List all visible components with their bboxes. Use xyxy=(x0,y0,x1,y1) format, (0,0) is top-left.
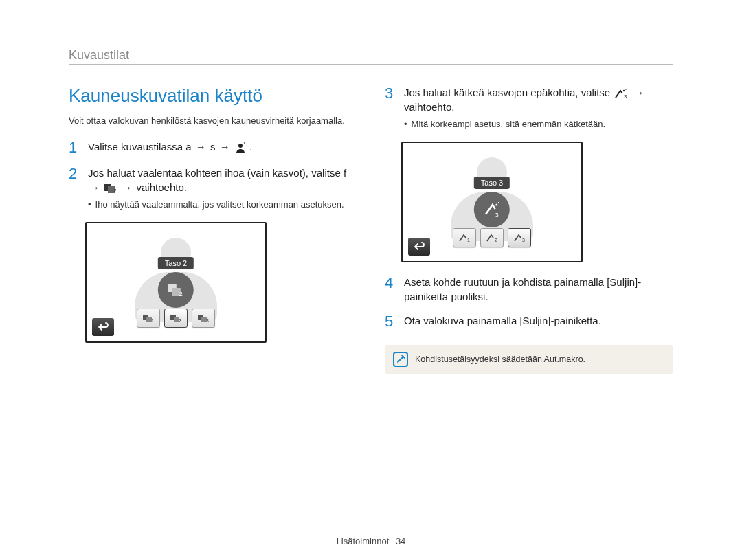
page: Kuvaustilat Kauneuskuvatilan käyttö Voit… xyxy=(0,0,742,560)
svg-point-18 xyxy=(623,90,625,91)
step-text: Ota valokuva painamalla [Suljin]-painike… xyxy=(404,315,601,326)
intro-text: Voit ottaa valokuvan henkilöstä kasvojen… xyxy=(69,115,357,127)
step-sub: • Iho näyttää vaaleammalta, jos valitset… xyxy=(88,199,357,211)
face-tone-icon: 2 xyxy=(104,183,117,194)
step-text: Valitse kuvaustilassa a xyxy=(88,141,192,153)
step-number: 4 xyxy=(385,275,397,304)
svg-text:3: 3 xyxy=(624,93,627,99)
step-body: Jos haluat vaalentaa kohteen ihoa (vain … xyxy=(88,166,357,211)
back-button[interactable] xyxy=(408,238,430,256)
footer-section: Lisätoiminnot xyxy=(337,536,390,546)
arrow-icon: → xyxy=(634,87,644,98)
arrow-icon: → xyxy=(122,181,132,193)
step-body: Ota valokuva painamalla [Suljin]-painike… xyxy=(404,313,601,330)
step-text: Jos haluat vaalentaa kohteen ihoa (vain … xyxy=(88,167,346,179)
step-1: 1 Valitse kuvaustilassa a → s → . xyxy=(69,139,357,156)
step-number: 1 xyxy=(69,139,81,156)
face-retouch-icon: 3 xyxy=(614,88,628,99)
page-title: Kauneuskuvatilan käyttö xyxy=(69,85,357,107)
level-badge-icon: 2 xyxy=(158,272,194,308)
note-text: Kohdistusetäisyydeksi säädetään Aut.makr… xyxy=(415,355,585,364)
step-text: Jos haluat kätkeä kasvojen epäkohtia, va… xyxy=(404,87,610,98)
divider xyxy=(69,64,673,65)
step-text: Aseta kohde ruutuun ja kohdista painamal… xyxy=(404,276,641,302)
face-tone-level-1-button[interactable]: 1 xyxy=(137,309,160,328)
step-4: 4 Aseta kohde ruutuun ja kohdista painam… xyxy=(385,275,673,304)
beauty-mode-icon xyxy=(234,142,247,154)
arrow-icon: → xyxy=(220,141,230,153)
step-2: 2 Jos haluat vaalentaa kohteen ihoa (vai… xyxy=(69,166,357,211)
left-column: Kauneuskuvatilan käyttö Voit ottaa valok… xyxy=(69,85,357,374)
step-number: 5 xyxy=(385,313,397,330)
svg-text:2: 2 xyxy=(179,318,181,323)
svg-text:3: 3 xyxy=(495,212,499,219)
arrow-icon: → xyxy=(196,141,206,153)
face-tone-level-3-button[interactable]: 3 xyxy=(192,309,215,328)
face-tone-level-2-button[interactable]: 2 xyxy=(164,309,188,328)
right-column: 3 Jos haluat kätkeä kasvojen epäkohtia, … xyxy=(385,85,673,374)
svg-text:2: 2 xyxy=(495,238,497,243)
svg-text:3: 3 xyxy=(206,318,209,323)
face-retouch-level-2-button[interactable]: 2 xyxy=(480,228,504,247)
step-text: vaihtoehto. xyxy=(404,101,454,113)
face-retouch-level-3-button[interactable]: 3 xyxy=(508,228,531,247)
svg-point-21 xyxy=(495,204,497,206)
footer: Lisätoiminnot 34 xyxy=(0,536,742,546)
svg-text:1: 1 xyxy=(151,318,154,323)
step-number: 3 xyxy=(385,85,397,131)
bullet-icon: • xyxy=(404,118,407,131)
step-sub-text: Mitä korkeampi asetus, sitä enemmän kätk… xyxy=(412,118,606,131)
page-number: 34 xyxy=(396,536,405,546)
step-5: 5 Ota valokuva painamalla [Suljin]-paini… xyxy=(385,313,673,330)
note-box: Kohdistusetäisyydeksi säädetään Aut.makr… xyxy=(385,345,673,374)
note-icon xyxy=(393,352,408,367)
svg-point-2 xyxy=(244,142,245,143)
camera-preview: Taso 2 2 1 2 xyxy=(85,222,267,343)
face-retouch-level-1-button[interactable]: 1 xyxy=(453,228,476,247)
breadcrumb: Kuvaustilat xyxy=(69,48,673,63)
step-sub-text: Iho näyttää vaaleammalta, jos valitset k… xyxy=(95,199,344,211)
svg-text:1: 1 xyxy=(467,238,470,243)
svg-point-22 xyxy=(498,202,499,203)
svg-point-19 xyxy=(626,89,627,90)
arrow-icon: → xyxy=(89,181,100,193)
step-body: Jos haluat kätkeä kasvojen epäkohtia, va… xyxy=(404,85,673,131)
step-number: 2 xyxy=(69,166,81,211)
step-sub: • Mitä korkeampi asetus, sitä enemmän kä… xyxy=(404,118,673,131)
step-body: Valitse kuvaustilassa a → s → . xyxy=(88,139,252,156)
option-row: 1 2 3 xyxy=(137,309,215,328)
camera-preview: Taso 3 3 1 2 xyxy=(401,142,583,262)
svg-point-1 xyxy=(243,143,244,144)
step-text: vaihtoehto. xyxy=(137,181,187,193)
option-row: 1 2 3 xyxy=(453,228,531,247)
columns: Kauneuskuvatilan käyttö Voit ottaa valok… xyxy=(69,85,673,374)
svg-text:3: 3 xyxy=(522,238,525,243)
level-badge-icon: 3 xyxy=(474,192,510,227)
svg-point-0 xyxy=(238,144,243,148)
step-body: Aseta kohde ruutuun ja kohdista painamal… xyxy=(404,275,673,304)
step-3: 3 Jos haluat kätkeä kasvojen epäkohtia, … xyxy=(385,85,673,131)
svg-text:2: 2 xyxy=(179,291,183,298)
svg-text:2: 2 xyxy=(113,188,117,194)
level-label: Taso 3 xyxy=(474,177,510,189)
step-text: . xyxy=(249,141,252,153)
level-label: Taso 2 xyxy=(158,257,194,269)
screenshot-face-tone: Taso 2 2 1 2 xyxy=(85,222,357,343)
step-text: s xyxy=(210,141,216,153)
back-button[interactable] xyxy=(92,318,114,336)
bullet-icon: • xyxy=(88,199,91,211)
screenshot-face-retouch: Taso 3 3 1 2 xyxy=(401,142,673,262)
